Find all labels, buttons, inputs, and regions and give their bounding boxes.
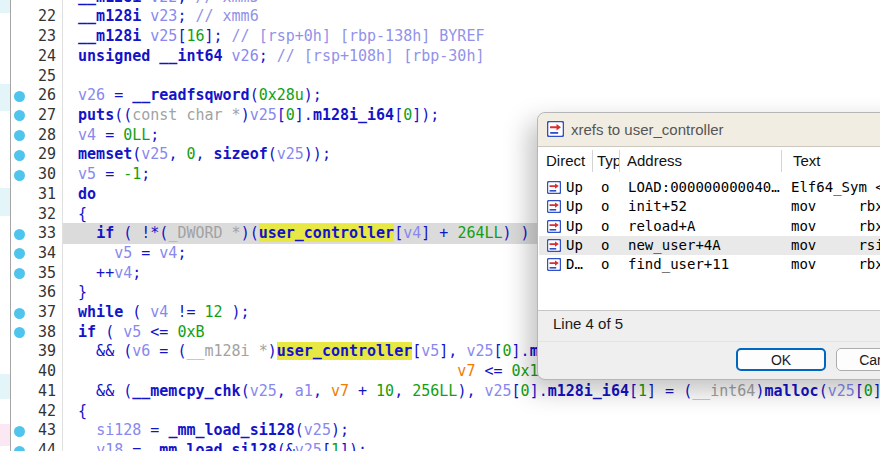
line-number: 42 [22, 402, 56, 422]
code-token: __m128i [78, 27, 141, 45]
code-token: const char * [132, 106, 240, 124]
code-line[interactable]: 41 && (__memcpy_chk(v25, a1, v7 + 10, 25… [0, 382, 880, 402]
code-token: // xmm6 [195, 7, 258, 25]
code-token: v7 [331, 382, 349, 400]
code-token: v25 [277, 145, 304, 163]
column-header-type[interactable]: Typ [597, 147, 619, 175]
code-token [60, 126, 78, 144]
code-token: puts [78, 106, 114, 124]
xref-row[interactable]: D…ofind_user+11mov rbx [539, 255, 880, 274]
code-line[interactable]: 26 v26 = __readfsqword(0x28u); [0, 86, 880, 106]
code-token: 12 [205, 303, 223, 321]
code-token: ( [268, 145, 277, 163]
code-token [60, 185, 78, 203]
code-token: , [168, 145, 186, 163]
xref-text: mov rbx [791, 197, 880, 216]
line-number: 31 [22, 185, 56, 205]
column-header-direction[interactable]: Direct [546, 147, 585, 175]
xref-address: reload+A [628, 217, 695, 236]
xref-type: o [601, 255, 609, 274]
code-token: 0xB [177, 323, 204, 341]
code-token [60, 244, 114, 262]
xref-row[interactable]: Uporeload+Amov rbx [539, 217, 880, 236]
code-line[interactable]: 23 __m128i v25[16]; // [rsp+0h] [rbp-138… [0, 27, 880, 47]
line-number: 41 [22, 382, 56, 402]
xref-direction: D… [566, 255, 583, 274]
code-line[interactable]: 22 __m128i v23; // xmm6 [0, 7, 880, 27]
xref-direction: Up [566, 236, 583, 255]
xref-row[interactable]: Uponew_user+4Amov rsi [539, 236, 880, 255]
code-line[interactable]: __m128i v22; // xmm5 [0, 0, 880, 7]
code-line[interactable]: 25 [0, 67, 880, 87]
code-token: malloc [764, 382, 818, 400]
code-token: __int64 [692, 382, 755, 400]
code-line[interactable]: 42 { [0, 402, 880, 422]
code-token: } [60, 283, 87, 301]
cancel-button[interactable]: Cancel [836, 348, 880, 371]
code-text: && (__memcpy_chk(v25, a1, v7 + 10, 256LL… [60, 382, 880, 402]
code-token: = [141, 421, 168, 439]
code-token: ; [259, 47, 277, 65]
code-token: v4 [403, 224, 421, 242]
code-text: v26 = __readfsqword(0x28u); [60, 86, 322, 106]
column-header-text[interactable]: Text [793, 147, 821, 175]
code-token: user_controller [277, 342, 412, 360]
code-token: // [rsp+0h] [rbp-138h] BYREF [232, 27, 485, 45]
code-token: ], [439, 342, 466, 360]
code-token: )); [304, 145, 331, 163]
code-token: = [123, 441, 150, 451]
code-token: memset [78, 145, 132, 163]
code-token: ( [132, 145, 141, 163]
column-separator [781, 150, 782, 172]
code-token [141, 0, 150, 6]
code-token: unsigned __int64 [78, 47, 223, 65]
code-token: ]); [412, 106, 439, 124]
code-token: ] [873, 382, 880, 400]
xref-icon [547, 239, 561, 252]
list-header: Direct Typ Address Text [538, 147, 880, 177]
code-token: (( [114, 106, 132, 124]
code-token: [ [629, 382, 638, 400]
code-token: ) [268, 342, 277, 360]
code-token: ; [150, 126, 159, 144]
xref-icon [547, 258, 561, 271]
line-number: 29 [22, 145, 56, 165]
code-line[interactable]: 43 si128 = _mm_load_si128(v25); [0, 421, 880, 441]
code-token: 264LL [457, 224, 502, 242]
xref-row[interactable]: Upoinit+52mov rbx [539, 197, 880, 216]
code-token: _mm_load_si128 [150, 441, 276, 451]
code-token: ( [96, 323, 123, 341]
xref-text: Elf64_Sym < [791, 178, 880, 197]
code-token: si128 [96, 421, 141, 439]
code-token: __readfsqword [132, 86, 249, 104]
code-token: v5 [114, 244, 132, 262]
code-token: ; [177, 0, 195, 6]
code-text: if ( !*(_DWORD *)(user_controller[v4] + … [60, 224, 530, 244]
code-line[interactable]: 24 unsigned __int64 v26; // [rsp+108h] [… [0, 47, 880, 67]
dialog-title: xrefs to user_controller [571, 113, 724, 146]
code-token: , [313, 382, 331, 400]
code-token: _mm_load_si128 [168, 421, 294, 439]
code-text: { [60, 402, 87, 422]
code-token: __m128i [78, 0, 141, 6]
line-number: 40 [22, 362, 56, 382]
code-token: v26 [78, 86, 105, 104]
code-token [60, 7, 78, 25]
code-token: [ [494, 342, 503, 360]
code-token: = [105, 86, 132, 104]
xref-row[interactable]: UpoLOAD:000000000040…Elf64_Sym < [539, 178, 880, 197]
column-separator [619, 150, 620, 172]
code-token: do [78, 185, 96, 203]
code-line[interactable]: 44 v18 = _mm_load_si128(&v25[1]); [0, 441, 880, 451]
dialog-titlebar[interactable]: xrefs to user_controller [538, 113, 880, 147]
code-text: si128 = _mm_load_si128(v25); [60, 421, 349, 441]
code-token: ); [304, 86, 322, 104]
column-header-address[interactable]: Address [627, 147, 682, 175]
xref-direction: Up [566, 217, 583, 236]
code-token: ) [241, 106, 250, 124]
code-token: , [277, 382, 295, 400]
ok-button[interactable]: OK [736, 348, 826, 371]
code-token: [ [512, 382, 521, 400]
code-token: ) ) [503, 224, 530, 242]
code-token [60, 441, 96, 451]
